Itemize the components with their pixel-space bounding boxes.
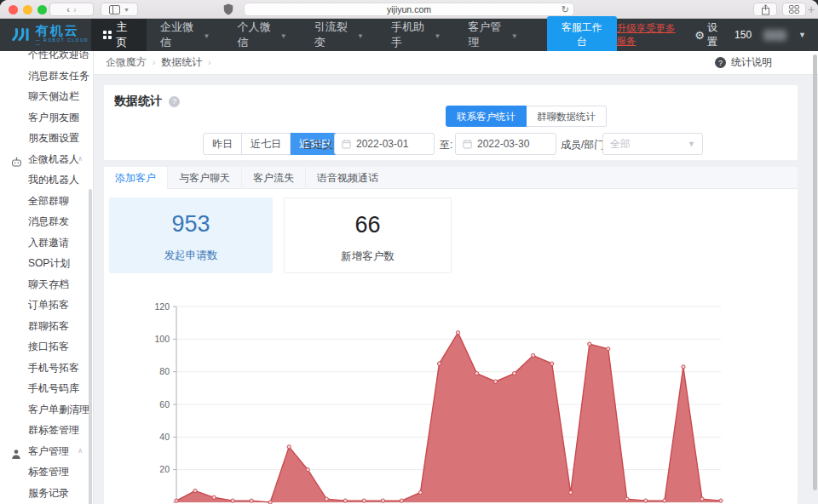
account-menu-caret-icon[interactable]: ▼ bbox=[798, 31, 806, 39]
sidebar-item[interactable]: 手机号拓客 bbox=[0, 358, 93, 379]
segment-contact-customer-stats[interactable]: 联系客户统计 bbox=[446, 106, 527, 127]
stat-card-requests[interactable]: 953 发起申请数 bbox=[109, 198, 273, 273]
date-from-value: 2022-03-01 bbox=[356, 138, 408, 150]
range-yesterday-button[interactable]: 昨日 bbox=[203, 133, 242, 155]
app-window: ‹ › ▼ yijiyun.com ↻ bbox=[0, 0, 818, 504]
help-icon[interactable]: ? bbox=[169, 96, 180, 107]
page-title: 数据统计 bbox=[114, 94, 162, 109]
sidebar-item-label: 手机号拓客 bbox=[28, 362, 79, 374]
nav-item-work-wechat[interactable]: 企业微信 ▼ bbox=[147, 19, 223, 51]
tab-overview-button[interactable] bbox=[782, 3, 806, 16]
settings-button[interactable]: ⚙ 设置 bbox=[694, 20, 723, 49]
url-text: yijiyun.com bbox=[387, 4, 431, 14]
share-button[interactable] bbox=[753, 3, 777, 16]
sidebar-item[interactable]: 聊天侧边栏 bbox=[0, 86, 93, 107]
back-icon[interactable]: ‹ bbox=[66, 4, 70, 14]
sidebar-item[interactable]: 手机号码库 bbox=[0, 378, 93, 399]
sidebar-item-label: 我的机器人 bbox=[28, 174, 79, 186]
date-to-input[interactable]: 2022-03-30 bbox=[455, 133, 556, 155]
forward-icon[interactable]: › bbox=[73, 4, 77, 14]
nav-item-customer-management[interactable]: 客户管理 ▼ bbox=[454, 19, 531, 51]
sidebar-item[interactable]: 订单拓客 bbox=[0, 295, 93, 316]
segment-group-chat-stats[interactable]: 群聊数据统计 bbox=[527, 106, 607, 127]
upgrade-link[interactable]: 升级享受更多服务 bbox=[617, 22, 683, 48]
nav-item-label: 个人微信 bbox=[237, 20, 275, 50]
sidebar-item-label: 标签管理 bbox=[28, 466, 69, 478]
sidebar-item[interactable]: 客户单删清理 bbox=[0, 399, 93, 421]
sidebar-item[interactable]: 客户朋友圈 bbox=[0, 107, 93, 129]
member-dept-label: 成员/部门: bbox=[561, 138, 608, 152]
stat-label: 新增客户数 bbox=[285, 249, 451, 264]
custom-range-label: 自定义: bbox=[302, 138, 336, 152]
minimize-window-button[interactable] bbox=[23, 5, 32, 14]
content-scrollbar[interactable] bbox=[813, 54, 817, 490]
stat-card-new-customers[interactable]: 66 新增客户数 bbox=[284, 198, 452, 273]
sidebar-item-label: 手机号码库 bbox=[28, 382, 79, 394]
breadcrumb-item[interactable]: 数据统计 bbox=[161, 55, 202, 70]
breadcrumb-item[interactable]: 企微魔方 bbox=[106, 55, 147, 70]
chevron-down-icon: ▼ bbox=[511, 32, 518, 40]
nav-item-home[interactable]: 主页 bbox=[91, 19, 147, 51]
tab-chat-with-customer[interactable]: 与客户聊天 bbox=[168, 167, 242, 189]
sidebar-item[interactable]: 服务记录 bbox=[0, 483, 93, 504]
sidebar-item-label: 消息群发任务 bbox=[28, 70, 89, 82]
sidebar-item[interactable]: 群标签管理 bbox=[0, 420, 93, 441]
sidebar-item-label: 消息群发 bbox=[28, 215, 69, 227]
tab-voice-video-call[interactable]: 语音视频通话 bbox=[306, 167, 389, 189]
date-from-input[interactable]: 2022-03-01 bbox=[334, 133, 435, 155]
sidebar-toggle-button[interactable]: ▼ bbox=[101, 3, 138, 16]
nav-item-label: 主页 bbox=[116, 20, 135, 50]
sidebar-item-label: 全部群聊 bbox=[28, 195, 69, 207]
sidebar-scrollbar[interactable] bbox=[89, 189, 92, 504]
sidebar-item[interactable]: SOP计划 bbox=[0, 253, 93, 274]
new-tab-icon[interactable]: + bbox=[808, 3, 815, 16]
stat-value: 953 bbox=[109, 211, 273, 238]
sidebar-item[interactable]: 客户管理∧ bbox=[0, 441, 93, 462]
chevron-down-icon: ▼ bbox=[357, 32, 364, 40]
zoom-window-button[interactable] bbox=[37, 5, 47, 14]
close-window-button[interactable] bbox=[9, 5, 18, 14]
address-bar[interactable]: yijiyun.com ↻ bbox=[244, 3, 574, 16]
reload-icon[interactable]: ↻ bbox=[562, 4, 569, 15]
sidebar-item[interactable]: 聊天存档 bbox=[0, 274, 93, 295]
stat-value: 66 bbox=[285, 212, 451, 238]
sidebar-item[interactable]: 消息群发 bbox=[0, 211, 93, 232]
stats-card: 添加客户 与客户聊天 客户流失 语音视频通话 953 发起申请数 66 新增客户… bbox=[104, 167, 798, 504]
stats-help-link[interactable]: ? 统计说明 bbox=[715, 55, 772, 70]
sidebar-item[interactable]: 朋友圈设置 bbox=[0, 128, 93, 149]
privacy-shield-icon[interactable] bbox=[223, 3, 233, 15]
sidebar-item[interactable]: 我的机器人 bbox=[0, 169, 93, 191]
app-logo[interactable]: 有机云 — ROBOT CLOUD — bbox=[0, 24, 91, 47]
svg-text:120: 120 bbox=[154, 301, 170, 312]
nav-item-phone-assistant[interactable]: 手机助手 ▼ bbox=[377, 19, 454, 51]
nav-item-traffic-fission[interactable]: 引流裂变 ▼ bbox=[301, 19, 377, 51]
sidebar-item[interactable]: 群聊拓客 bbox=[0, 316, 93, 337]
member-select[interactable]: 全部 ▼ bbox=[602, 133, 703, 155]
sidebar: 个性化欢迎语消息群发任务聊天侧边栏客户朋友圈朋友圈设置企微机器人∧我的机器人全部… bbox=[0, 51, 94, 504]
stats-segmented-control: 联系客户统计 群聊数据统计 bbox=[446, 106, 607, 127]
tab-customer-churn[interactable]: 客户流失 bbox=[242, 167, 306, 189]
chevron-down-icon: ▼ bbox=[203, 32, 210, 40]
tab-add-customer[interactable]: 添加客户 bbox=[104, 167, 168, 189]
logo-title: 有机云 bbox=[36, 24, 92, 37]
account-phone-prefix: 150 bbox=[734, 29, 752, 41]
calendar-icon bbox=[463, 139, 472, 149]
sidebar-item[interactable]: 个性化欢迎语 bbox=[0, 51, 93, 66]
logo-mark-icon bbox=[10, 26, 31, 44]
sidebar-item[interactable]: 接口拓客 bbox=[0, 336, 93, 358]
workbench-button[interactable]: 客服工作台 bbox=[547, 16, 617, 54]
sidebar-item-label: 企微机器人 bbox=[28, 153, 79, 165]
range-7days-button[interactable]: 近七日 bbox=[242, 133, 291, 155]
chevron-right-icon: › bbox=[208, 58, 210, 67]
sidebar-item[interactable]: 企微机器人∧ bbox=[0, 149, 93, 170]
chevron-down-icon: ▼ bbox=[688, 140, 695, 148]
sidebar-item[interactable]: 消息群发任务 bbox=[0, 66, 93, 87]
sidebar-toggle-icon bbox=[109, 5, 120, 14]
nav-item-label: 客户管理 bbox=[468, 20, 506, 50]
chevron-down-icon: ▼ bbox=[280, 32, 287, 40]
sidebar-item-label: 客户管理 bbox=[28, 445, 69, 457]
sidebar-item[interactable]: 全部群聊 bbox=[0, 191, 93, 212]
sidebar-item[interactable]: 入群邀请 bbox=[0, 232, 93, 254]
sidebar-item[interactable]: 标签管理 bbox=[0, 461, 93, 483]
nav-item-personal-wechat[interactable]: 个人微信 ▼ bbox=[223, 19, 300, 51]
